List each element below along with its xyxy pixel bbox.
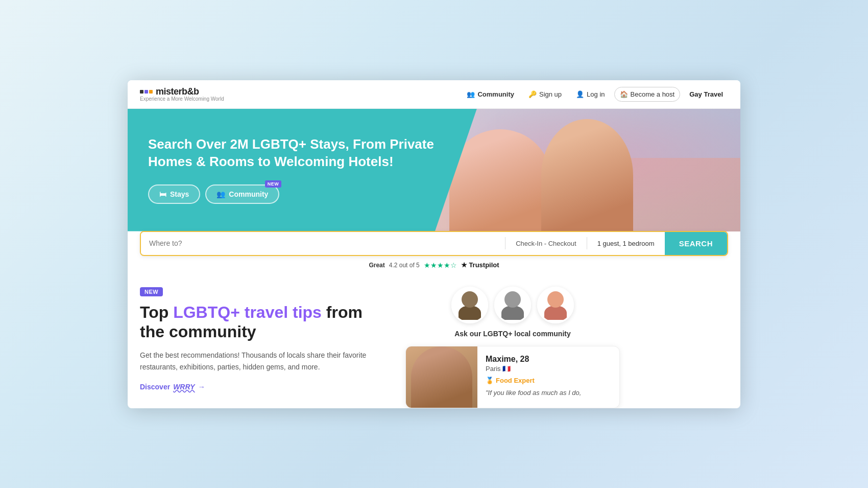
tab-stays[interactable]: 🛏 Stays	[148, 184, 200, 204]
search-button[interactable]: SEARCH	[665, 232, 727, 255]
trustpilot-bar: Great 4.2 out of 5 ★★★★☆ ★ Trustpilot	[128, 256, 740, 274]
logo-tagline: Experience a More Welcoming World	[140, 96, 224, 102]
logo-sq-1	[140, 90, 143, 94]
trustpilot-rating: 4.2 out of 5	[389, 262, 420, 269]
logo-name: misterb&b	[156, 86, 199, 97]
tab-community[interactable]: 👥 Community NEW	[205, 184, 279, 204]
avatar-1	[451, 287, 488, 323]
logo-area: misterb&b Experience a More Welcoming Wo…	[140, 86, 224, 102]
expert-face	[411, 346, 472, 408]
hero-tabs: 🛏 Stays 👥 Community NEW	[148, 184, 446, 204]
trustpilot-stars: ★★★★☆	[424, 261, 457, 269]
person-right	[541, 119, 633, 231]
expert-location: Paris 🇫🇷	[486, 365, 611, 373]
community-tab-icon: 👥	[216, 190, 225, 198]
section-description: Get the best recommendations! Thousands …	[140, 350, 385, 373]
hero-teal-panel: Search Over 2M LGBTQ+ Stays, From Privat…	[128, 109, 477, 231]
avatar-3	[537, 287, 574, 323]
nav-gay-travel[interactable]: Gay Travel	[684, 87, 728, 101]
logo-squares	[140, 90, 153, 94]
content-section: NEW Top LGBTQ+ travel tips from the comm…	[128, 274, 740, 408]
hero-headline: Search Over 2M LGBTQ+ Stays, From Privat…	[148, 136, 446, 171]
guests-label[interactable]: 1 guest, 1 bedroom	[587, 240, 665, 247]
avatar-3-body	[544, 306, 567, 320]
community-icon: 👥	[467, 90, 475, 98]
avatar-2-head	[504, 291, 521, 308]
discover-arrow: →	[198, 383, 205, 391]
expert-role-label: Food Expert	[496, 377, 535, 384]
nav-community[interactable]: 👥 Community	[462, 87, 519, 101]
expert-photo	[406, 346, 477, 408]
bed-icon: 🛏	[159, 190, 166, 198]
expert-role: 🏅 Food Expert	[486, 377, 611, 384]
logo-text: misterb&b	[140, 86, 224, 97]
nav-links: 👥 Community 🔑 Sign up 👤 Log in 🏠 Become …	[462, 87, 728, 102]
left-content: NEW Top LGBTQ+ travel tips from the comm…	[140, 287, 385, 408]
avatar-1-head	[462, 291, 478, 308]
logo-sq-2	[144, 90, 148, 94]
host-icon: 🏠	[620, 90, 628, 98]
expert-quote: "If you like food as much as I do,	[486, 388, 611, 398]
search-bar: Check-In - Checkout 1 guest, 1 bedroom S…	[140, 231, 728, 256]
right-content: Ask our LGBTQ+ local community Maxime, 2…	[405, 287, 620, 408]
expert-name: Maxime, 28	[486, 355, 611, 364]
nav-signup[interactable]: 🔑 Sign up	[523, 87, 567, 101]
section-title: Top LGBTQ+ travel tips from the communit…	[140, 303, 385, 342]
community-avatars	[405, 287, 620, 323]
checkin-label[interactable]: Check-In - Checkout	[505, 240, 587, 247]
discover-wavy: WRRY	[173, 383, 195, 391]
navbar: misterb&b Experience a More Welcoming Wo…	[128, 80, 740, 109]
discover-link[interactable]: Discover WRRY →	[140, 383, 385, 391]
search-input[interactable]	[141, 232, 505, 254]
hero-section: Search Over 2M LGBTQ+ Stays, From Privat…	[128, 109, 740, 231]
community-label: Ask our LGBTQ+ local community	[405, 330, 620, 338]
expert-card: Maxime, 28 Paris 🇫🇷 🏅 Food Expert "If yo…	[405, 346, 620, 408]
new-badge: NEW	[265, 180, 282, 188]
title-highlight: LGBTQ+ travel tips	[173, 303, 322, 321]
trustpilot-great: Great	[369, 262, 384, 269]
nav-become-host[interactable]: 🏠 Become a host	[614, 87, 681, 102]
avatar-1-body	[459, 306, 481, 320]
avatar-2	[494, 287, 531, 323]
logo-sq-3	[149, 90, 153, 94]
login-icon: 👤	[576, 90, 584, 98]
section-new-badge: NEW	[140, 287, 163, 296]
title-plain: Top	[140, 303, 173, 321]
nav-login[interactable]: 👤 Log in	[571, 87, 610, 101]
search-bar-container: Check-In - Checkout 1 guest, 1 bedroom S…	[128, 231, 740, 256]
expert-info: Maxime, 28 Paris 🇫🇷 🏅 Food Expert "If yo…	[477, 346, 619, 408]
avatar-3-head	[547, 291, 564, 308]
browser-window: misterb&b Experience a More Welcoming Wo…	[128, 80, 740, 408]
avatar-2-body	[501, 306, 524, 320]
signup-icon: 🔑	[528, 90, 537, 98]
medal-icon: 🏅	[486, 377, 494, 384]
trustpilot-logo: ★ Trustpilot	[461, 261, 499, 269]
